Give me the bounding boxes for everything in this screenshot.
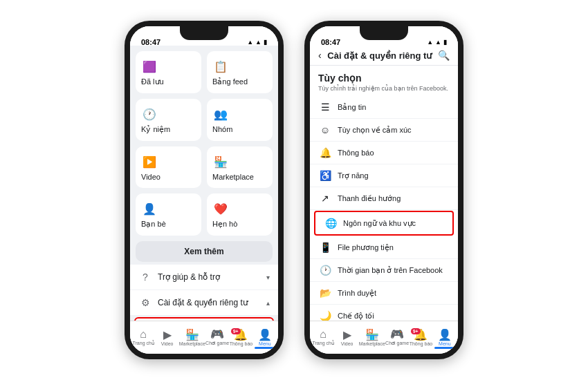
settings-item-8[interactable]: 📂 Trình duyệt xyxy=(310,282,458,305)
help-label: Trợ giúp & hỗ trợ xyxy=(158,272,220,282)
thanh-dieu-huong-icon: ↗ xyxy=(318,193,332,204)
help-item[interactable]: ? Trợ giúp & hỗ trợ ▾ xyxy=(130,265,278,290)
menu-grid: 🟪 Đã lưu 📋 Bảng feed 🕐 Kỷ niệm 👥 Nhóm xyxy=(130,46,278,241)
groups-icon: 👥 xyxy=(212,106,229,122)
feed-label: Bảng feed xyxy=(212,77,248,86)
thong-bao-icon: 🔔 xyxy=(318,147,332,158)
settings-item-1[interactable]: ☺ Tùy chọn về cảm xúc xyxy=(310,119,458,142)
che-do-toi-icon: 🌙 xyxy=(318,310,332,321)
see-more-button[interactable]: Xem thêm xyxy=(136,241,273,262)
trinh-duyet-icon: 📂 xyxy=(318,287,332,298)
nav-video[interactable]: ▶ Video xyxy=(155,327,178,349)
phone-right: 08:47 ▲ ▲ ▮ ‹ Cài đặt & quyền riêng tư 🔍… xyxy=(304,21,463,359)
signal-icon: ▲ xyxy=(255,39,261,46)
memory-label: Kỷ niệm xyxy=(141,125,170,134)
menu-item-video[interactable]: ▶️ Video xyxy=(136,146,201,188)
che-do-toi-label: Chế độ tối xyxy=(338,312,374,321)
screen-right: 08:47 ▲ ▲ ▮ ‹ Cài đặt & quyền riêng tư 🔍… xyxy=(310,26,458,354)
menu-item-memory[interactable]: 🕐 Kỷ niệm xyxy=(136,99,201,141)
video-icon: ▶️ xyxy=(141,153,158,170)
saved-icon: 🟪 xyxy=(141,58,158,75)
video-label: Video xyxy=(141,173,160,181)
saved-label: Đã lưu xyxy=(141,77,164,86)
search-icon[interactable]: 🔍 xyxy=(438,50,450,61)
status-bar-right: 08:47 ▲ ▲ ▮ xyxy=(310,26,458,46)
settings-item-7[interactable]: 🕐 Thời gian bạn ở trên Facebook xyxy=(310,259,458,282)
nav-menu[interactable]: 👤 Menu xyxy=(253,327,277,349)
bottom-nav-right: ⌂ Trang chủ ▶ Video 🏪 Marketplace 🎮 Chơi… xyxy=(310,321,458,354)
menu-icon-r: 👤 xyxy=(438,330,452,341)
menu-item-marketplace[interactable]: 🏪 Marketplace xyxy=(207,146,273,188)
battery-icon-r: ▮ xyxy=(443,39,447,46)
bottom-nav-left: ⌂ Trang chủ ▶ Video 🏪 Marketplace 🎮 Chơi… xyxy=(130,321,278,354)
menu-item-saved[interactable]: 🟪 Đã lưu xyxy=(136,51,201,93)
settings-content: Tùy chọn Tùy chỉnh trải nghiệm của bạn t… xyxy=(310,66,458,321)
memory-icon: 🕐 xyxy=(141,106,158,122)
tuy-chon-title: Tùy chọn xyxy=(310,66,458,85)
cam-xuc-icon: ☺ xyxy=(318,124,332,135)
menu-content: 🟪 Đã lưu 📋 Bảng feed 🕐 Kỷ niệm 👥 Nhóm xyxy=(130,46,278,321)
settings-item-4[interactable]: ↗ Thanh điều hướng xyxy=(310,187,458,210)
settings-item-6[interactable]: 📱 File phương tiện xyxy=(310,236,458,259)
menu-item-groups[interactable]: 👥 Nhóm xyxy=(207,99,273,141)
dating-label: Hẹn hò xyxy=(212,220,237,229)
menu-item-dating[interactable]: ❤️ Hẹn hò xyxy=(207,193,273,236)
menu-item-friends[interactable]: 👤 Bạn bè xyxy=(136,193,201,236)
nav-menu-icon: 👤 xyxy=(258,330,272,341)
bang-tin-label: Bảng tin xyxy=(338,103,366,112)
ngon-ngu-label: Ngôn ngữ và khu vực xyxy=(343,219,416,228)
status-icons-right: ▲ ▲ ▮ xyxy=(427,39,447,46)
back-button[interactable]: ‹ xyxy=(318,50,322,61)
tro-nang-icon: ♿ xyxy=(318,170,332,181)
file-icon: 📱 xyxy=(318,242,332,253)
friends-label: Bạn bè xyxy=(141,220,166,229)
nav-game-icon: 🎮 xyxy=(210,329,224,340)
nav-home-r[interactable]: ⌂ Trang chủ xyxy=(311,326,335,349)
settings-privacy-item[interactable]: ⚙ Cài đặt & quyền riêng tư ▴ xyxy=(130,290,278,316)
nav-video-r[interactable]: ▶ Video xyxy=(335,327,358,349)
time-fb-icon: 🕐 xyxy=(318,265,332,276)
signal-icon-r: ▲ xyxy=(435,39,441,46)
settings-page-title: Cài đặt & quyền riêng tư xyxy=(327,50,432,61)
video-icon-r: ▶ xyxy=(343,330,351,341)
status-bar-left: 08:47 ▲ ▲ ▮ xyxy=(130,26,278,46)
nav-home[interactable]: ⌂ Trang chủ xyxy=(131,326,155,349)
friends-icon: 👤 xyxy=(141,200,158,217)
settings-chevron: ▴ xyxy=(266,299,270,307)
settings-header: ‹ Cài đặt & quyền riêng tư 🔍 xyxy=(310,46,458,66)
settings-item-3[interactable]: ♿ Trợ năng xyxy=(310,164,458,187)
nav-game[interactable]: 🎮 Chơi game xyxy=(205,326,229,349)
settings-item-2[interactable]: 🔔 Thông báo xyxy=(310,142,458,164)
nav-notifications[interactable]: 9+ 🔔 Thông báo xyxy=(229,327,252,349)
home-icon-r: ⌂ xyxy=(320,329,327,340)
groups-label: Nhóm xyxy=(212,125,232,133)
active-indicator xyxy=(255,347,275,349)
nav-menu-r[interactable]: 👤 Menu xyxy=(433,327,457,349)
settings-item-9[interactable]: 🌙 Chế độ tối xyxy=(310,305,458,321)
thanh-dieu-huong-label: Thanh điều hướng xyxy=(338,194,401,203)
settings-item-0[interactable]: ☰ Bảng tin xyxy=(310,96,458,119)
settings-privacy-label: Cài đặt & quyền riêng tư xyxy=(158,298,248,307)
nav-video-icon: ▶ xyxy=(163,330,172,341)
bang-tin-icon: ☰ xyxy=(318,102,332,113)
home-icon: ⌂ xyxy=(140,329,147,340)
screen-left: 08:47 ▲ ▲ ▮ 🟪 Đã lưu 📋 Bảng f xyxy=(130,26,278,354)
help-icon: ? xyxy=(138,272,152,283)
feed-icon: 📋 xyxy=(212,58,229,75)
menu-item-feed[interactable]: 📋 Bảng feed xyxy=(207,51,273,93)
settings-item-ngon-ngu[interactable]: 🌐 Ngôn ngữ và khu vực xyxy=(314,211,454,236)
nav-notifications-r[interactable]: 9+ 🔔 Thông báo xyxy=(409,327,432,349)
wifi-icon-r: ▲ xyxy=(427,39,433,46)
marketplace-label: Marketplace xyxy=(212,173,254,181)
nav-game-r[interactable]: 🎮 Chơi game xyxy=(385,326,409,349)
time-fb-label: Thời gian bạn ở trên Facebook xyxy=(338,266,443,275)
nav-marketplace-r[interactable]: 🏪 Marketplace xyxy=(359,327,385,349)
nav-marketplace[interactable]: 🏪 Marketplace xyxy=(179,327,205,349)
wifi-icon: ▲ xyxy=(247,39,253,46)
tro-nang-label: Trợ năng xyxy=(338,171,369,180)
trinh-duyet-label: Trình duyệt xyxy=(338,289,376,298)
help-chevron: ▾ xyxy=(266,274,270,281)
thong-bao-label: Thông báo xyxy=(338,149,374,157)
settings-privacy-icon: ⚙ xyxy=(138,297,152,308)
active-indicator-r xyxy=(434,347,455,349)
